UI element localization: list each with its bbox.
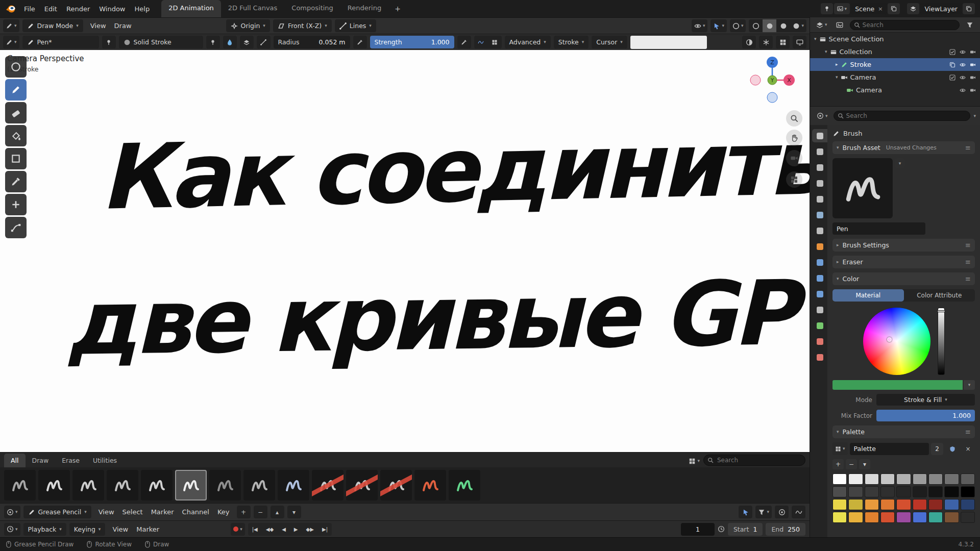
filter-button[interactable]: [963, 18, 976, 31]
transport-button[interactable]: |◀: [248, 523, 262, 536]
shading-rendered-button[interactable]: ▾: [790, 19, 806, 32]
brush-asset-thumbnail[interactable]: [312, 470, 344, 500]
camera-visibility-icon[interactable]: [970, 62, 976, 68]
workspace-tab[interactable]: Compositing: [284, 0, 340, 17]
scene-browse-button[interactable]: ▾: [834, 3, 850, 14]
interpolate-tool-button[interactable]: [5, 194, 27, 215]
brush-asset-thumbnail[interactable]: [449, 470, 480, 500]
mask-toggle-button[interactable]: [742, 36, 756, 48]
palette-swatch[interactable]: [913, 486, 927, 497]
camera-view-button[interactable]: [786, 150, 802, 166]
properties-tab[interactable]: [812, 335, 827, 348]
axis-z-neg-handle[interactable]: [767, 92, 777, 103]
palette-swatch[interactable]: [896, 499, 911, 510]
eraser-panel-header[interactable]: ▸ Eraser ≡: [832, 256, 975, 268]
color-panel-header[interactable]: ▾ Color ≡: [832, 272, 975, 285]
properties-search-input[interactable]: [834, 111, 971, 121]
transport-button[interactable]: ▶|: [318, 523, 332, 536]
mix-factor-slider[interactable]: 1.000: [876, 410, 975, 421]
ortho-toggle-button[interactable]: [786, 171, 802, 188]
palette-swatch[interactable]: [832, 499, 847, 510]
shading-material-button[interactable]: [776, 19, 790, 32]
new-viewlayer-button[interactable]: [963, 3, 975, 14]
playhead-snap-button[interactable]: [739, 506, 752, 518]
workspace-tab[interactable]: Rendering: [340, 0, 388, 17]
add-color-button[interactable]: +: [832, 459, 844, 469]
brush-asset-thumbnail[interactable]: [107, 470, 138, 500]
strength-pressure-button[interactable]: [457, 36, 471, 48]
fake-user-button[interactable]: [945, 442, 959, 455]
navigation-gizmo[interactable]: Z X Y: [744, 52, 800, 108]
palette-swatch[interactable]: [944, 473, 959, 485]
brush-asset-panel-header[interactable]: ▾ Brush Asset Unsaved Changes ≡: [832, 141, 975, 154]
dope-mode-selector[interactable]: Grease Pencil▾: [23, 506, 91, 518]
remove-color-button[interactable]: −: [846, 459, 857, 469]
add-workspace-button[interactable]: +: [389, 5, 406, 13]
move-channel-down-button[interactable]: ▾: [287, 506, 301, 518]
chevron-down-icon[interactable]: ▾: [973, 114, 976, 118]
brush-asset-thumbnail[interactable]: [72, 470, 104, 500]
zoom-button[interactable]: [786, 110, 802, 127]
gizmo-popover[interactable]: ▾: [710, 19, 727, 32]
expander-icon[interactable]: ▸: [836, 62, 838, 67]
palette-swatch[interactable]: [880, 473, 895, 485]
stroke-placement-popover[interactable]: Lines▾: [335, 19, 376, 32]
properties-tab[interactable]: [812, 161, 827, 174]
properties-tab[interactable]: [812, 145, 827, 158]
palette-swatch[interactable]: [928, 486, 943, 497]
shape-tool-button[interactable]: [5, 148, 27, 169]
blender-logo-icon[interactable]: [5, 3, 16, 14]
cursor-tool-button[interactable]: [5, 56, 27, 78]
camera-visibility-icon[interactable]: [970, 74, 976, 81]
canvas-grid-button[interactable]: [776, 36, 790, 48]
properties-tab[interactable]: [812, 129, 827, 142]
palette-swatch[interactable]: [928, 499, 943, 510]
brush-asset-thumbnail[interactable]: [38, 470, 70, 500]
menu-item[interactable]: Key: [213, 508, 234, 516]
editor-type-button[interactable]: ▾: [3, 19, 19, 32]
checkbox-icon[interactable]: [949, 74, 955, 81]
editor-type-button[interactable]: ▾: [4, 506, 20, 518]
axis-x-neg-handle[interactable]: [750, 75, 761, 85]
link-icon[interactable]: [949, 62, 955, 68]
camera-visibility-icon[interactable]: [970, 49, 976, 55]
add-keyframe-button[interactable]: +: [237, 506, 251, 518]
panel-menu-icon[interactable]: ≡: [965, 144, 971, 152]
end-frame-field[interactable]: End250: [766, 523, 805, 536]
transport-button[interactable]: ◀: [278, 523, 290, 536]
stroke-color-swatch[interactable]: [832, 380, 963, 390]
value-slider-handle[interactable]: [937, 310, 945, 312]
mode-selector[interactable]: Draw Mode▾: [22, 19, 83, 32]
expander-icon[interactable]: ▾: [825, 49, 827, 54]
new-scene-button[interactable]: [888, 3, 900, 14]
palette-swatch[interactable]: [865, 499, 879, 510]
brush-asset-thumbnail[interactable]: [278, 470, 309, 500]
origin-popover[interactable]: Origin▾: [226, 19, 270, 32]
eye-icon[interactable]: [960, 87, 966, 93]
menu-item[interactable]: Window: [94, 5, 130, 13]
checkbox-icon[interactable]: [949, 49, 955, 55]
palette-swatch[interactable]: [928, 512, 943, 523]
palette-swatch[interactable]: [913, 499, 927, 510]
palette-swatch[interactable]: [848, 486, 863, 497]
shelf-tab[interactable]: All: [4, 454, 26, 467]
editor-type-button[interactable]: ▾: [814, 18, 830, 31]
menu-item[interactable]: Marker: [132, 525, 163, 533]
shading-wireframe-button[interactable]: [749, 19, 763, 32]
move-channel-up-button[interactable]: ▴: [271, 506, 284, 518]
proportional-button[interactable]: [775, 506, 789, 518]
orientation-popover[interactable]: Front (X-Z)▾: [273, 19, 332, 32]
outliner-row-scene-collection[interactable]: ▾ Scene Collection: [810, 33, 980, 45]
color-wheel[interactable]: [863, 308, 930, 375]
palette-swatch[interactable]: [865, 473, 879, 485]
radius-pressure-button[interactable]: [353, 36, 367, 48]
filter-button[interactable]: ▾: [755, 506, 772, 518]
brush-name-field[interactable]: Pen: [832, 222, 925, 235]
material-selector[interactable]: Solid Stroke: [119, 36, 203, 48]
editor-type-button[interactable]: ▾: [814, 110, 830, 122]
mode-dropdown[interactable]: Stroke & Fill▾: [876, 394, 975, 406]
menu-item[interactable]: Help: [130, 5, 155, 13]
tab-material[interactable]: Material: [832, 289, 904, 302]
brush-asset-thumbnail[interactable]: [243, 470, 275, 500]
keying-popover[interactable]: Keying▾: [69, 523, 106, 536]
